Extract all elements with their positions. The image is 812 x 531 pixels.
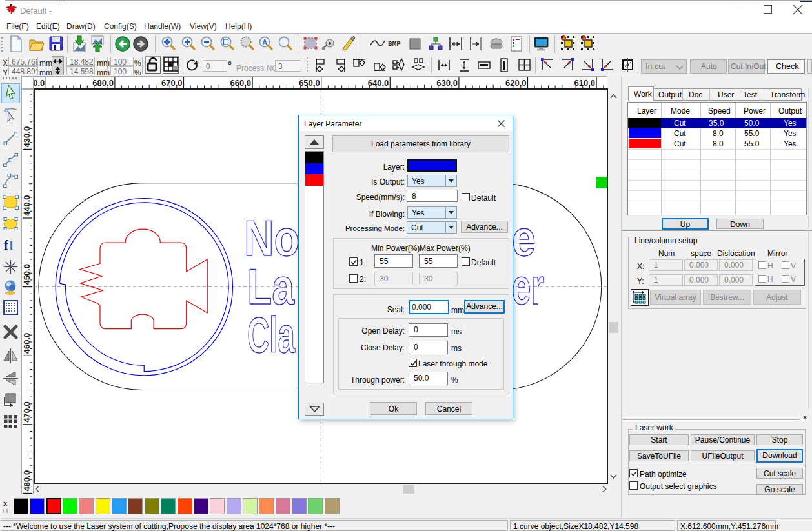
svg-text:610.0: 610.0 xyxy=(574,78,596,88)
svg-text:430.0: 430.0 xyxy=(22,126,32,148)
svg-text:A: A xyxy=(262,39,267,46)
svg-text:I: I xyxy=(10,239,13,252)
svg-text:650.0: 650.0 xyxy=(299,78,320,88)
svg-text:630.0: 630.0 xyxy=(436,78,458,88)
svg-text:660.0: 660.0 xyxy=(230,78,252,88)
svg-text:690.0: 690.0 xyxy=(34,78,45,88)
svg-text:640.0: 640.0 xyxy=(368,78,389,88)
svg-text:680.0: 680.0 xyxy=(92,78,114,88)
svg-text:460.0: 460.0 xyxy=(22,333,32,354)
svg-text:620.0: 620.0 xyxy=(505,78,527,88)
svg-text:670.0: 670.0 xyxy=(161,78,183,88)
svg-text:Cla: Cla xyxy=(247,306,295,363)
svg-text:450.0: 450.0 xyxy=(22,264,32,285)
svg-text:480.0: 480.0 xyxy=(22,470,32,492)
svg-text:470.0: 470.0 xyxy=(22,401,32,423)
svg-text:440.0: 440.0 xyxy=(22,195,32,216)
svg-text:er: er xyxy=(512,258,544,315)
svg-text:f: f xyxy=(4,238,8,252)
